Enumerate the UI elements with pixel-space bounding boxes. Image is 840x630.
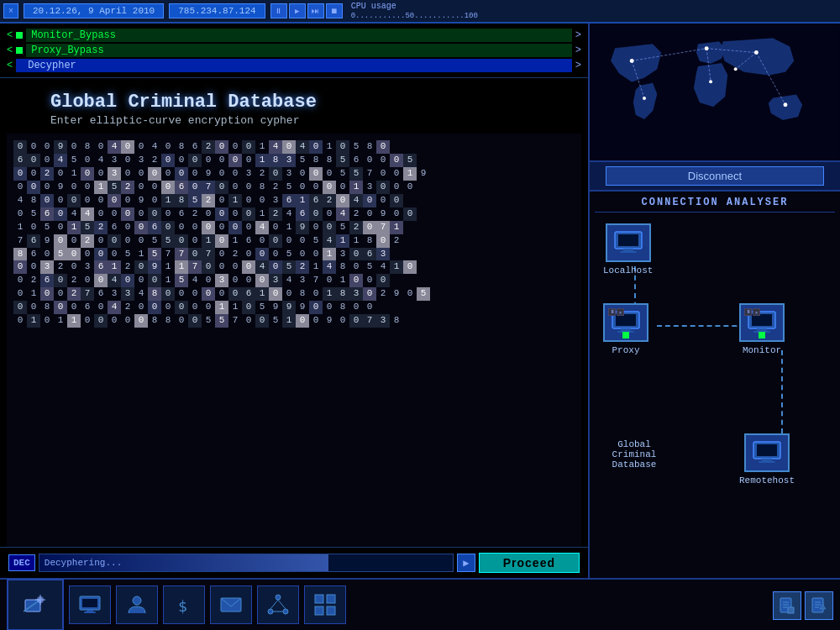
dd-right-arrow-monitor[interactable]: > [575, 29, 581, 41]
nav-network[interactable] [257, 585, 299, 624]
dd-right-arrow-proxy[interactable]: > [575, 45, 581, 56]
dd-left-arrow-monitor[interactable]: < [7, 29, 13, 41]
matrix-cell: 0 [323, 181, 336, 194]
matrix-cell: 4 [67, 207, 81, 221]
proxy-bypass-label[interactable]: Proxy_Bypass [26, 44, 572, 57]
matrix-cell: 5 [269, 314, 282, 328]
nav-monitor[interactable] [69, 585, 111, 624]
matrix-cell: 5 [403, 154, 417, 167]
nav-user[interactable] [116, 585, 158, 624]
matrix-cell: 0 [215, 248, 228, 261]
progress-arrow[interactable]: ▶ [457, 554, 475, 572]
matrix-cell: 1 [94, 181, 108, 194]
matrix-cell: 1 [390, 221, 403, 234]
matrix-cell: 0 [269, 221, 282, 234]
matrix-cell: 0 [228, 140, 242, 154]
matrix-cell: 5 [81, 221, 94, 234]
monitor-bypass-label[interactable]: Monitor_Bypass [26, 29, 572, 42]
skip-button[interactable]: ⏭ [307, 3, 324, 18]
dd-left-arrow-proxy[interactable]: < [7, 45, 13, 56]
matrix-cell: 4 [269, 140, 282, 154]
matrix-cell: 0 [390, 167, 403, 181]
matrix-cell: 3 [269, 194, 282, 207]
matrix-cell: 0 [282, 287, 296, 301]
svg-rect-34 [762, 459, 772, 461]
matrix-cell: 0 [349, 314, 363, 328]
matrix-cell: 0 [121, 234, 134, 248]
satellite-icon [24, 593, 47, 617]
matrix-row: 600450430320000000183588560005 [13, 154, 575, 167]
matrix-cell: 0 [134, 207, 148, 221]
close-button[interactable]: × [3, 3, 18, 18]
svg-rect-33 [757, 444, 777, 456]
matrix-cell: 9 [54, 181, 67, 194]
matrix-cell: 0 [13, 207, 27, 221]
stop-button[interactable]: ⏹ [326, 3, 343, 18]
matrix-row: 48000000090185201003616204000 [13, 194, 575, 207]
matrix-cell: 0 [403, 207, 417, 221]
node-localhost: Localhost [603, 223, 653, 276]
matrix-cell: 6 [188, 140, 202, 154]
matrix-cell: 0 [242, 314, 255, 328]
matrix-cell: 0 [228, 167, 242, 181]
matrix-cell: 6 [148, 221, 161, 234]
matrix-cell: 2 [349, 221, 363, 234]
matrix-cell: 4 [108, 140, 121, 154]
matrix-cell: 0 [54, 207, 67, 221]
matrix-cell: 4 [188, 274, 202, 287]
doc-icon-1[interactable] [773, 591, 801, 620]
matrix-cell: 0 [94, 140, 108, 154]
matrix-cell: 0 [215, 167, 228, 181]
bottom-nav: $ [0, 578, 840, 630]
svg-point-48 [276, 595, 281, 600]
matrix-cell: 1 [309, 260, 323, 274]
matrix-cell: 2 [148, 154, 161, 167]
matrix-cell: 0 [188, 167, 202, 181]
nav-dollar[interactable]: $ [163, 585, 205, 624]
matrix-cell: 2 [188, 207, 202, 221]
matrix-cell: 7 [363, 314, 376, 328]
matrix-cell: 0 [175, 314, 188, 328]
nav-grid[interactable] [304, 585, 346, 624]
doc2-svg [811, 597, 827, 614]
proceed-button[interactable]: Proceed [479, 553, 580, 573]
nav-mail[interactable] [210, 585, 252, 624]
matrix-cell: 5 [282, 248, 296, 261]
matrix-cell: 8 [148, 287, 161, 301]
pause-button[interactable]: ⏸ [270, 3, 287, 18]
matrix-cell: 0 [54, 234, 67, 248]
matrix-cell: 2 [269, 181, 282, 194]
matrix-cell: 0 [215, 287, 228, 301]
play-button[interactable]: ▶ [289, 3, 306, 18]
matrix-cell: 0 [54, 194, 67, 207]
matrix-cell: 2 [269, 207, 282, 221]
dropdown-row-monitor: < Monitor_Bypass > [7, 29, 581, 42]
matrix-cell: 3 [376, 248, 390, 261]
matrix-cell: 1 [323, 248, 336, 261]
matrix-cell: 0 [242, 274, 255, 287]
matrix-cell: 0 [81, 248, 94, 261]
matrix-cell: 5 [296, 154, 309, 167]
matrix-cell: 0 [363, 221, 376, 234]
ip-display: 785.234.87.124 [169, 3, 265, 18]
matrix-cell: 0 [202, 221, 215, 234]
matrix-cell: 1 [255, 154, 269, 167]
matrix-cell: 0 [215, 181, 228, 194]
matrix-cell: 0 [188, 181, 202, 194]
dd-left-arrow-decypher[interactable]: < [7, 60, 13, 71]
disconnect-button[interactable]: Disconnect [606, 166, 823, 186]
nav-satellite[interactable] [7, 579, 64, 630]
svg-rect-54 [315, 595, 323, 603]
matrix-cell: 0 [363, 194, 376, 207]
doc-icon-2[interactable] [805, 591, 833, 620]
connection-diagram: Localhost ⏸ ✕ [595, 219, 835, 547]
matrix-cell: 1 [108, 260, 121, 274]
db-subtitle: Enter elliptic-curve encryption cypher [50, 114, 568, 127]
svg-point-14 [705, 46, 709, 50]
matrix-cell: 8 [309, 154, 323, 167]
dd-right-arrow-decypher[interactable]: > [575, 60, 581, 71]
matrix-cell: 2 [202, 194, 215, 207]
monitor-label: Monitor [743, 345, 781, 355]
decypher-label[interactable]: Decypher [16, 59, 572, 72]
matrix-cell: 0 [323, 167, 336, 181]
